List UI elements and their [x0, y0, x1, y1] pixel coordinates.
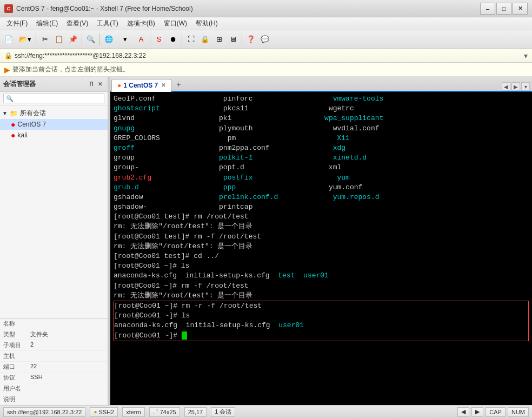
connect-button[interactable]: 🌐 — [102, 33, 115, 46]
info-row-host: 主机 — [0, 351, 108, 362]
font-button[interactable]: A — [135, 33, 148, 46]
terminal-line: gnupg plymouth wvdial.conf — [114, 124, 529, 134]
toolbar-separator-3 — [99, 34, 100, 45]
terminal-line: GREP_COLORS pm X11 — [114, 134, 529, 143]
terminal-line: grub2.cfg postfix yum — [114, 173, 529, 183]
terminal-line: [root@Coo01 ~]# ls — [114, 261, 529, 271]
menu-item-b[interactable]: 选项卡(B) — [123, 18, 159, 29]
sidebar-header: 会话管理器 П ✕ — [0, 77, 108, 92]
terminal-line: [root@Coo01 test]# rm /root/test — [114, 212, 529, 222]
ssh-address: ssh://feng:*******************@192.168.2… — [15, 52, 146, 59]
ssh-bar: 🔒 ssh://feng:*******************@192.168… — [0, 49, 532, 63]
terminal-line: anaconda-ks.cfg initial-setup-ks.cfg use… — [114, 321, 528, 330]
terminal-line: [root@Coo01 test]# cd ../ — [114, 251, 529, 261]
sidebar-item-kali[interactable]: ● kali — [0, 130, 108, 141]
highlight-block: [root@Coo01 ~]# rm -r -f /root/test [roo… — [114, 301, 529, 341]
paste-button[interactable]: 📌 — [66, 33, 79, 46]
monitor-button[interactable]: 🖥 — [227, 33, 240, 46]
info-value-children: 2 — [30, 341, 104, 349]
tab-nav-left[interactable]: ◀ — [502, 82, 510, 91]
sidebar-close-button[interactable]: ✕ — [96, 80, 104, 89]
tab-nav-right[interactable]: ▶ — [511, 82, 520, 91]
info-row-name: 名称 — [0, 319, 108, 329]
find-button[interactable]: 🔍 — [84, 33, 97, 46]
terminal-line: [root@Coo01 ~]# ls — [114, 311, 528, 321]
info-label-host: 主机 — [3, 352, 30, 360]
info-label-children: 子项目 — [3, 341, 30, 349]
info-label-username: 用户名 — [3, 384, 30, 393]
app-icon: C — [4, 4, 13, 13]
menu-bar: 文件(F)编辑(E)查看(V)工具(T)选项卡(B)窗口(W)帮助(H) — [0, 17, 532, 30]
main-area: 会话管理器 П ✕ ▼ 📁 所有会话 ● CentOS 7 ● kali — [0, 77, 532, 405]
maximize-button[interactable]: □ — [496, 3, 511, 15]
status-cap: CAP — [486, 407, 506, 417]
menu-item-h[interactable]: 帮助(H) — [191, 18, 222, 29]
tree-root-all-sessions[interactable]: ▼ 📁 所有会话 — [0, 108, 108, 119]
terminal-container: ● 1 CentOS 7 ✕ + ◀ ▶ ▾ GeoIP.conf pinfor… — [110, 77, 532, 405]
copy-button[interactable]: 📋 — [52, 33, 65, 46]
red-s-button[interactable]: S — [152, 33, 165, 46]
search-input[interactable] — [3, 94, 104, 103]
session-tree: ▼ 📁 所有会话 ● CentOS 7 ● kali — [0, 105, 108, 318]
tab-status-icon: ● — [117, 82, 121, 89]
menu-item-w[interactable]: 窗口(W) — [159, 18, 191, 29]
scroll-right-button[interactable]: ▶ — [471, 407, 483, 417]
fullscreen-button[interactable]: ⛶ — [184, 33, 197, 46]
info-value-host — [30, 352, 104, 360]
status-position: 25,17 — [184, 407, 207, 417]
info-label-protocol: 协议 — [3, 374, 30, 382]
record-button[interactable]: ⏺ — [167, 33, 179, 46]
close-button[interactable]: ✕ — [513, 3, 528, 15]
session-name-centos7: CentOS 7 — [17, 121, 46, 128]
lock-button[interactable]: 🔒 — [198, 33, 211, 46]
info-value-type: 文件夹 — [30, 330, 104, 339]
info-value-protocol: SSH — [30, 374, 104, 382]
menu-item-f[interactable]: 文件(F) — [2, 18, 32, 29]
connect-dropdown[interactable]: ▾ — [116, 33, 134, 46]
chat-button[interactable]: 💬 — [258, 33, 271, 46]
terminal[interactable]: GeoIP.conf pinforc vmware-tools ghostscr… — [110, 92, 532, 405]
info-label-type: 类型 — [3, 330, 30, 339]
tab-add-button[interactable]: + — [172, 79, 184, 90]
status-conn-text: ssh://feng@192.168.22.3:22 — [7, 409, 82, 415]
scroll-left-button[interactable]: ◀ — [457, 407, 469, 417]
menu-item-e[interactable]: 编辑(E) — [32, 18, 62, 29]
menu-item-t[interactable]: 工具(T) — [92, 18, 122, 29]
terminal-line: rm: 无法删除"/root/test": 是一个目录 — [114, 291, 529, 301]
sidebar-pin-button[interactable]: П — [87, 80, 96, 89]
help-button[interactable]: ❓ — [244, 33, 257, 46]
sidebar-title: 会话管理器 — [3, 79, 87, 89]
new-button[interactable]: 📄 — [2, 33, 15, 46]
info-label-note: 说明 — [3, 395, 30, 403]
cursor — [182, 331, 187, 340]
sidebar-item-centos7[interactable]: ● CentOS 7 — [0, 119, 108, 130]
info-value-note — [30, 395, 104, 403]
ssh-bar-dropdown[interactable]: ▾ — [524, 51, 528, 60]
hint-arrow-icon: ▶ — [4, 65, 10, 74]
terminal-line: rm: 无法删除"/root/test": 是一个目录 — [114, 242, 529, 251]
tab-label: 1 CentOS 7 — [123, 82, 158, 89]
terminal-line: [root@Coo01 ~]# — [114, 331, 528, 341]
tab-close-button[interactable]: ✕ — [161, 82, 165, 88]
open-dropdown[interactable]: 📂▾ — [16, 33, 34, 46]
terminal-line: grub.d ppp yum.conf — [114, 183, 529, 193]
info-value-username — [30, 384, 104, 393]
terminal-line: group polkit-1 xinetd.d — [114, 153, 529, 163]
tab-nav-dropdown[interactable]: ▾ — [521, 82, 530, 91]
terminal-line: [root@Coo01 test]# rm -f /root/test — [114, 232, 529, 242]
grid-button[interactable]: ⊞ — [212, 33, 225, 46]
terminal-line: gshadow- printcap — [114, 202, 529, 212]
menu-item-v[interactable]: 查看(V) — [62, 18, 92, 29]
terminal-line: groff pnm2ppa.conf xdg — [114, 143, 529, 153]
cut-button[interactable]: ✂ — [38, 33, 51, 46]
terminal-line: ghostscript pkcs11 wgetrc — [114, 104, 529, 114]
status-sessions: 1 会话 — [211, 407, 235, 417]
minimize-button[interactable]: – — [480, 3, 495, 15]
terminal-line: glvnd pki wpa_supplicant — [114, 114, 529, 123]
terminal-line: anaconda-ks.cfg initial-setup-ks.cfg tes… — [114, 271, 529, 281]
status-position-text: 25,17 — [188, 409, 203, 415]
info-row-username: 用户名 — [0, 383, 108, 394]
sidebar: 会话管理器 П ✕ ▼ 📁 所有会话 ● CentOS 7 ● kali — [0, 77, 108, 405]
tab-centos7[interactable]: ● 1 CentOS 7 ✕ — [111, 79, 171, 92]
window-title: CentOS 7 - feng@Coo01:~ - Xshell 7 (Free… — [16, 5, 479, 12]
